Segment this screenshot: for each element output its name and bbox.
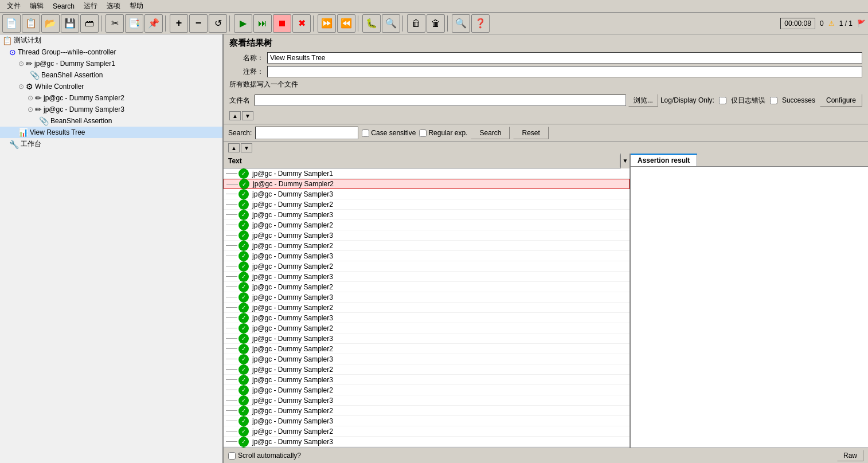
tree-item-while-controller[interactable]: ⊙ ⚙ While Controller (0, 81, 222, 92)
menu-help[interactable]: 帮助 (125, 0, 148, 12)
result-item[interactable]: ✓jp@gc - Dummy Sampler2 (224, 220, 630, 230)
tree-item-thread-group[interactable]: ⊙ Thread Group---while--controller (0, 46, 222, 58)
case-sensitive-checkbox[interactable] (362, 130, 369, 137)
result-item[interactable]: ✓jp@gc - Dummy Sampler2 (224, 199, 630, 210)
regular-exp-checkbox[interactable] (419, 130, 427, 137)
scroll-auto-checkbox[interactable] (228, 452, 236, 460)
add-button[interactable]: + (170, 14, 188, 33)
result-item[interactable]: ✓jp@gc - Dummy Sampler3 (224, 272, 630, 282)
paste-button[interactable]: 📌 (144, 14, 163, 33)
toolbar-separator-6 (402, 15, 405, 32)
dummy1-label: jp@gc - Dummy Sampler1 (34, 60, 115, 68)
save-as-button[interactable]: 🗃 (80, 14, 99, 33)
result-item[interactable]: ✓jp@gc - Dummy Sampler2 (224, 261, 630, 272)
name-input[interactable] (267, 52, 862, 64)
expand-button[interactable]: ▼ (242, 111, 253, 120)
result-item[interactable]: ✓jp@gc - Dummy Sampler2 (224, 406, 630, 416)
raw-tab-button[interactable]: Raw (837, 450, 863, 461)
warning-count: 0 (820, 19, 824, 28)
copy-button[interactable]: 📑 (125, 14, 143, 33)
clear-all-button[interactable]: 🗑 (427, 14, 445, 33)
result-item[interactable]: ✓jp@gc - Dummy Sampler3 (224, 210, 630, 220)
result-item[interactable]: ✓jp@gc - Dummy Sampler1 (224, 168, 630, 179)
successes-checkbox[interactable] (770, 97, 777, 104)
debug-button[interactable]: 🐛 (362, 14, 381, 33)
result-item[interactable]: ✓jp@gc - Dummy Sampler2 (224, 241, 630, 251)
workbench-icon: 🔧 (9, 140, 19, 149)
stop-button[interactable]: ⏹ (273, 14, 291, 33)
column-dropdown-button[interactable]: ▼ (620, 154, 630, 168)
new-button[interactable]: 📄 (2, 14, 21, 33)
comment-input[interactable] (267, 66, 862, 77)
menu-options[interactable]: 选项 (102, 0, 125, 12)
file-input[interactable] (255, 95, 626, 106)
tree-item-beanshell2[interactable]: 📎 BeanShell Assertion (0, 115, 222, 127)
down-button[interactable]: ▼ (241, 143, 252, 152)
result-item[interactable]: ✓jp@gc - Dummy Sampler2 (224, 323, 630, 333)
menu-file[interactable]: 文件 (2, 0, 25, 12)
result-item[interactable]: ✓jp@gc - Dummy Sampler3 (224, 395, 630, 406)
menu-edit[interactable]: 编辑 (25, 0, 48, 12)
result-status-icon: ✓ (238, 220, 249, 230)
result-item[interactable]: ✓jp@gc - Dummy Sampler2 (224, 385, 630, 395)
flag-icon: 🚩 (857, 19, 866, 28)
clear-button[interactable]: 🗑 (407, 14, 425, 33)
tree-item-dummy3[interactable]: ⊙ ✏ jp@gc - Dummy Sampler3 (0, 104, 222, 115)
collapse-button[interactable]: ▲ (229, 111, 241, 120)
search-input[interactable] (255, 127, 358, 139)
result-status-icon: ✓ (238, 437, 249, 447)
result-item[interactable]: ✓jp@gc - Dummy Sampler3 (224, 437, 630, 447)
tree-item-workbench[interactable]: 🔧 工作台 (0, 138, 222, 150)
result-item[interactable]: ✓jp@gc - Dummy Sampler2 (224, 344, 630, 354)
text-column-header: Text (224, 155, 620, 167)
template-button[interactable]: 📋 (22, 14, 40, 33)
errors-checkbox[interactable] (719, 97, 726, 104)
result-item[interactable]: ✓jp@gc - Dummy Sampler3 (224, 375, 630, 385)
stop-now-button[interactable]: ✖ (292, 14, 311, 33)
result-item[interactable]: ✓jp@gc - Dummy Sampler3 (224, 354, 630, 364)
result-item[interactable]: ✓jp@gc - Dummy Sampler2 (224, 282, 630, 292)
start-button[interactable]: ▶ (234, 14, 252, 33)
result-item[interactable]: ✓jp@gc - Dummy Sampler2 (224, 179, 630, 189)
arrow-row: ▲ ▼ (229, 111, 862, 120)
debug2-button[interactable]: 🔍 (382, 14, 400, 33)
tree-item-dummy2[interactable]: ⊙ ✏ jp@gc - Dummy Sampler2 (0, 92, 222, 104)
result-item[interactable]: ✓jp@gc - Dummy Sampler3 (224, 416, 630, 426)
run-to-button[interactable]: ⏪ (337, 14, 355, 33)
start-no-pause-button[interactable]: ⏭ (253, 14, 272, 33)
tree-item-test-plan[interactable]: 📋 测试计划 (0, 34, 222, 46)
configure-button[interactable]: Configure (820, 94, 862, 107)
result-line-icon (226, 348, 237, 349)
tree-item-view-results[interactable]: 📊 View Results Tree (0, 127, 222, 138)
result-status-icon: ✓ (238, 333, 249, 344)
reset-button[interactable]: Reset (513, 127, 548, 139)
search-toolbar-btn[interactable]: 🔍 (452, 14, 470, 33)
result-item[interactable]: ✓jp@gc - Dummy Sampler3 (224, 292, 630, 303)
result-item[interactable]: ✓jp@gc - Dummy Sampler3 (224, 251, 630, 261)
result-item[interactable]: ✓jp@gc - Dummy Sampler3 (224, 333, 630, 344)
result-item-label: jp@gc - Dummy Sampler3 (252, 252, 333, 260)
save-button[interactable]: 💾 (61, 14, 79, 33)
result-item[interactable]: ✓jp@gc - Dummy Sampler3 (224, 230, 630, 241)
result-item[interactable]: ✓jp@gc - Dummy Sampler3 (224, 313, 630, 323)
assertion-result-tab[interactable]: Assertion result (631, 154, 697, 166)
result-status-icon: ✓ (238, 416, 249, 426)
search-button[interactable]: Search (471, 127, 510, 139)
result-item[interactable]: ✓jp@gc - Dummy Sampler2 (224, 303, 630, 313)
menu-search[interactable]: Search (48, 1, 79, 11)
tree-item-beanshell1[interactable]: 📎 BeanShell Assertion (0, 69, 222, 81)
help-button[interactable]: ❓ (471, 14, 490, 33)
open-button[interactable]: 📂 (41, 14, 60, 33)
browse-button[interactable]: 浏览... (628, 94, 658, 107)
result-line-icon (226, 410, 237, 411)
up-button[interactable]: ▲ (228, 143, 240, 152)
menu-run[interactable]: 运行 (79, 0, 102, 12)
result-item[interactable]: ✓jp@gc - Dummy Sampler2 (224, 364, 630, 375)
run-from-button[interactable]: ⏩ (318, 14, 336, 33)
cut-button[interactable]: ✂ (105, 14, 124, 33)
reset-button[interactable]: ↺ (209, 14, 227, 33)
tree-item-dummy1[interactable]: ⊙ ✏ jp@gc - Dummy Sampler1 (0, 58, 222, 69)
result-item[interactable]: ✓jp@gc - Dummy Sampler2 (224, 426, 630, 437)
remove-button[interactable]: − (189, 14, 208, 33)
result-item[interactable]: ✓jp@gc - Dummy Sampler3 (224, 189, 630, 199)
